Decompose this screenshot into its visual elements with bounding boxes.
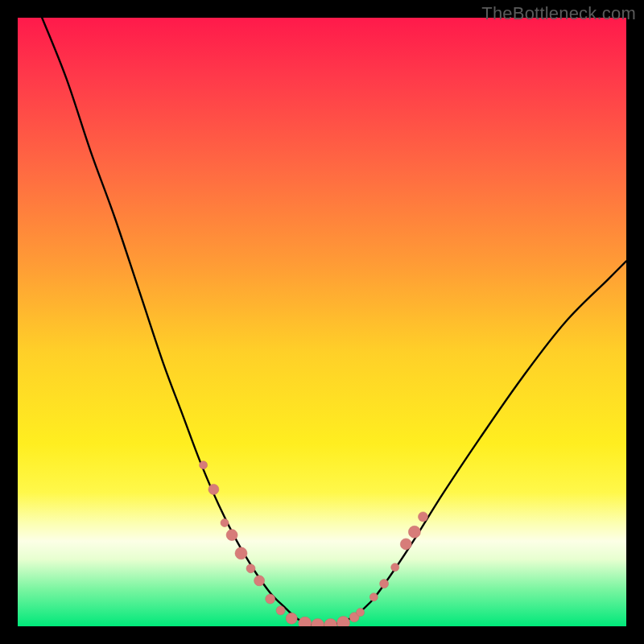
curve-marker xyxy=(221,519,229,527)
curve-marker xyxy=(276,606,285,615)
curve-marker xyxy=(357,609,365,617)
curve-marker xyxy=(337,617,350,627)
curve-marker xyxy=(246,564,255,573)
plot-area xyxy=(18,18,626,626)
curve-layer xyxy=(18,18,626,626)
curve-markers xyxy=(200,461,428,626)
curve-marker xyxy=(208,484,219,494)
curve-marker xyxy=(286,613,297,624)
curve-marker xyxy=(400,539,411,550)
curve-marker xyxy=(391,564,399,572)
curve-marker xyxy=(200,461,208,469)
bottleneck-curve xyxy=(42,18,626,626)
curve-marker xyxy=(312,619,324,627)
curve-marker xyxy=(266,594,275,604)
curve-marker xyxy=(254,576,265,586)
curve-marker xyxy=(419,512,428,522)
curve-marker xyxy=(235,547,247,559)
curve-marker xyxy=(226,530,237,541)
watermark-text: TheBottleneck.com xyxy=(481,3,636,24)
chart-frame: TheBottleneck.com xyxy=(0,0,644,644)
curve-marker xyxy=(408,526,420,538)
curve-marker xyxy=(369,593,378,601)
curve-marker xyxy=(324,619,337,627)
curve-marker xyxy=(380,580,389,588)
curve-marker xyxy=(299,617,312,626)
